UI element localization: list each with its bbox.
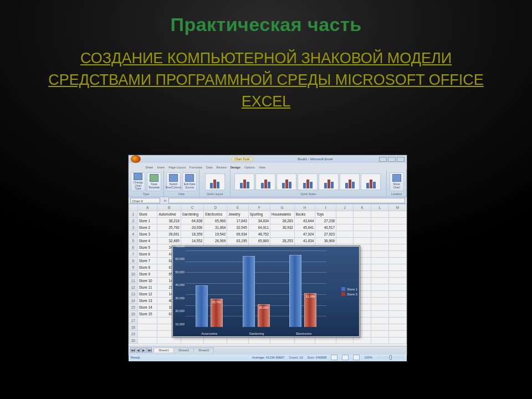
status-bar: Ready Average: 41134.66667 Count: 12 Sum…	[129, 354, 407, 361]
tab-data[interactable]: Data	[206, 165, 213, 170]
tab-insert[interactable]: Insert	[157, 165, 165, 170]
status-zoom: 100%	[364, 356, 372, 359]
status-count: Count: 12	[289, 356, 303, 359]
group-data-label: Data	[166, 192, 197, 196]
save-template-button[interactable]: Save Template	[147, 172, 161, 191]
tab-design[interactable]: Design	[231, 165, 241, 170]
tab-formulas[interactable]: Formulas	[190, 165, 202, 170]
sheet-tab-2[interactable]: Sheet2	[173, 347, 194, 352]
view-layout-button[interactable]	[342, 355, 349, 360]
tab-review[interactable]: Review	[217, 165, 227, 170]
embedded-chart[interactable]: 25,79220,93631,064 Store 1 Store 2 70,00…	[172, 245, 360, 337]
sheet-tab-3[interactable]: Sheet3	[193, 347, 214, 352]
view-normal-button[interactable]	[331, 355, 337, 360]
sheet-tab-1[interactable]: Sheet1	[154, 347, 174, 352]
view-break-button[interactable]	[353, 355, 360, 360]
tab-page-layout[interactable]: Page Layout	[168, 165, 186, 170]
status-sum: Sum: 246808	[308, 356, 326, 359]
status-ready: Ready	[131, 356, 140, 359]
switch-row-col-button[interactable]: Switch Row/Column	[166, 172, 181, 191]
status-average: Average: 41134.66667	[252, 356, 285, 359]
chart-legend: Store 1 Store 2	[341, 286, 357, 297]
sheet-tab-bar: ⏮ ◀ ▶ ⏭ Sheet1 Sheet2 Sheet3	[129, 346, 407, 354]
sheet-nav-prev[interactable]: ◀	[136, 347, 141, 352]
formula-bar: Chart 9 fx	[129, 197, 407, 204]
worksheet-grid[interactable]: ABCDEFGHIJKLM1StoreAutomotiveGardeningEl…	[129, 204, 407, 346]
sheet-nav-first[interactable]: ⏮	[130, 347, 135, 352]
tab-options[interactable]: Options	[244, 165, 255, 170]
group-quick-styles-label: Quick Styles	[233, 192, 384, 196]
group-type-label: Type	[131, 192, 161, 196]
slide-title: Практическая часть	[0, 14, 532, 35]
chart-tools-context: Chart Tools	[232, 157, 253, 161]
group-quick-layout-label: Quick Layout	[202, 192, 228, 196]
tab-sheet[interactable]: Sheet	[145, 165, 153, 170]
name-box[interactable]: Chart 9	[130, 198, 160, 203]
slide-subtitle: СОЗДАНИЕ КОМПЬЮТЕРНОЙ ЗНАКОВОЙ МОДЕЛИ СР…	[28, 48, 504, 112]
change-chart-type-button[interactable]: Change Chart Type	[131, 172, 145, 191]
maximize-button[interactable]	[388, 157, 396, 162]
move-chart-button[interactable]: Move Chart	[390, 172, 404, 191]
quick-layout-1[interactable]	[205, 173, 225, 190]
office-button[interactable]	[131, 155, 141, 163]
ribbon: Change Chart Type Save Template Type Swi…	[129, 170, 407, 197]
zoom-slider[interactable]	[377, 356, 405, 359]
sheet-nav-last[interactable]: ⏭	[147, 347, 152, 352]
close-button[interactable]	[397, 157, 405, 162]
window-title-text: Book1 - Microsoft Excel	[298, 157, 332, 161]
fx-icon[interactable]: fx	[162, 199, 168, 202]
excel-window: Chart Tools Book1 - Microsoft Excel Shee…	[129, 155, 407, 355]
formula-input[interactable]	[168, 198, 405, 203]
minimize-button[interactable]	[379, 157, 387, 162]
sheet-nav-next[interactable]: ▶	[141, 347, 146, 352]
group-location-label: Location	[389, 192, 404, 196]
tab-view[interactable]: View	[259, 165, 265, 170]
ribbon-tab-strip: Sheet Insert Page Layout Formulas Data R…	[129, 163, 407, 170]
quick-styles-gallery[interactable]	[233, 171, 382, 192]
edit-data-button[interactable]: Edit Data Source	[182, 172, 197, 191]
title-bar: Chart Tools Book1 - Microsoft Excel	[129, 155, 407, 163]
